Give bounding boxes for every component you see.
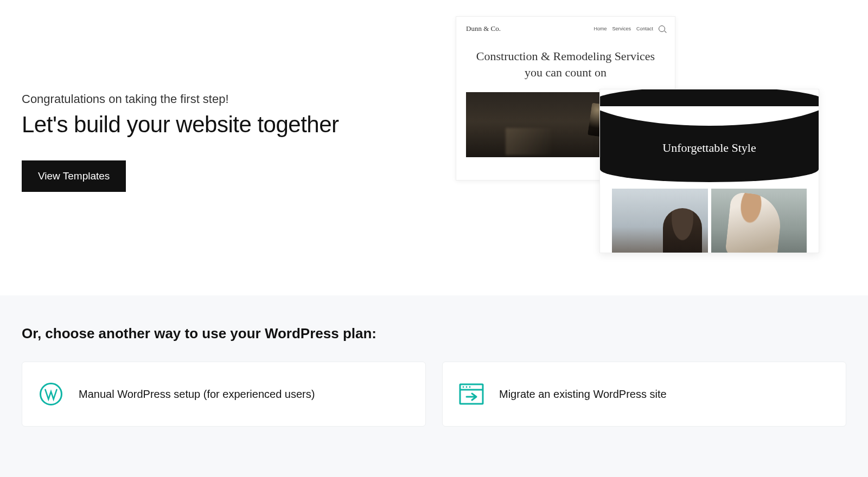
option-cards: Manual WordPress setup (for experienced … [22,362,846,427]
manual-setup-label: Manual WordPress setup (for experienced … [79,388,315,401]
preview2-hero: Unforgettable Style [600,106,819,182]
alternate-options-section: Or, choose another way to use your WordP… [0,295,868,477]
migrate-site-label: Migrate an existing WordPress site [499,388,667,401]
preview1-header: Dunn & Co. Home Services Contact [456,17,675,38]
preview2-image-right [711,189,807,253]
migrate-icon [459,382,484,407]
preview2-headline: Unforgettable Style [662,141,756,155]
preview2-image-left [612,189,708,253]
hero-previews: Dunn & Co. Home Services Contact Constru… [434,0,846,295]
alternate-options-heading: Or, choose another way to use your WordP… [22,325,846,342]
preview1-nav-contact: Contact [636,26,653,31]
svg-point-4 [469,386,471,388]
hero-section: Congratulations on taking the first step… [0,0,868,295]
hero-heading: Let's build your website together [22,112,434,138]
view-templates-button[interactable]: View Templates [22,160,126,192]
preview1-headline: Construction & Remodeling Services you c… [456,38,675,92]
preview2-images [600,189,819,253]
preview1-nav: Home Services Contact [593,25,665,32]
preview1-brand: Dunn & Co. [466,24,501,33]
preview1-nav-services: Services [612,26,631,31]
hero-left: Congratulations on taking the first step… [22,0,434,295]
search-icon [659,25,665,32]
manual-setup-card[interactable]: Manual WordPress setup (for experienced … [22,362,426,427]
svg-point-3 [466,386,468,388]
preview1-nav-home: Home [593,26,607,31]
svg-point-2 [463,386,464,388]
hero-subheading: Congratulations on taking the first step… [22,92,434,106]
template-preview-posh: Posh Services Contact Unforgettable Styl… [599,89,819,253]
migrate-site-card[interactable]: Migrate an existing WordPress site [442,362,846,427]
wordpress-icon [39,382,63,407]
